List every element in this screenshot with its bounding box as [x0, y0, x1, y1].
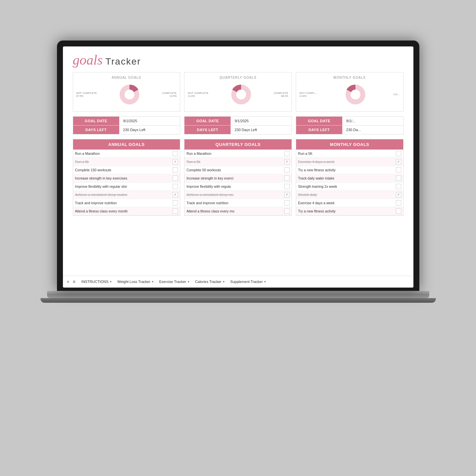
- monthly-date-value: 9/1/...: [342, 117, 403, 125]
- goal-item-text: Track and improve nutrition: [186, 201, 283, 205]
- quarterly-goals-body: Run a MarathonRun a 5k✓Complete 50 worko…: [184, 150, 292, 215]
- goal-item-checkbox[interactable]: ✓: [396, 159, 401, 164]
- goal-item-text: Achieve a consistent sleep rou: [186, 193, 283, 197]
- quarterly-days-value: 230 Days Left: [231, 126, 292, 134]
- goal-item-text: Try a new fitness activity: [298, 209, 395, 213]
- goal-item-text: Run a Marathon: [186, 152, 283, 155]
- goal-item-checkbox[interactable]: ✓: [173, 192, 178, 197]
- nav-exercise[interactable]: Exercise Tracker ▼: [157, 279, 192, 284]
- nav-instructions-label: INSTRUCTIONS: [81, 280, 109, 284]
- goal-item-checkbox[interactable]: [173, 200, 178, 206]
- table-row: Run a 5k✓: [73, 158, 180, 166]
- goal-item-checkbox[interactable]: ✓: [396, 192, 401, 197]
- title-section: goals Tracker: [73, 53, 404, 67]
- table-row: Increase strength in key exercises: [73, 174, 180, 182]
- nav-calories[interactable]: Calories Tracker ▼: [193, 279, 227, 284]
- nav-plus-icon[interactable]: +: [67, 279, 70, 284]
- goal-item-text: Run a 5k: [75, 160, 172, 164]
- table-row: Try a new fitness activity: [296, 207, 403, 215]
- table-row: Attend a fitness class every month: [73, 207, 180, 215]
- monthly-chart-card: MONTHLY GOALS NOT COMPL... 11.8%: [296, 72, 404, 112]
- laptop-screen: goals Tracker ANNUAL GOALS NOT COMPLETE: [63, 46, 413, 288]
- table-row: Track and improve nutrition: [184, 199, 292, 207]
- nav-instructions[interactable]: INSTRUCTIONS ▼: [79, 279, 114, 284]
- main-area: goals Tracker ANNUAL GOALS NOT COMPLETE: [63, 46, 413, 276]
- table-row: Attend a fitness class every mo: [184, 207, 292, 215]
- goal-item-checkbox[interactable]: [284, 167, 290, 173]
- annual-days-row: DAYS LEFT 230 Days Left: [73, 126, 180, 134]
- table-row: Try a new fitness activity: [296, 166, 403, 174]
- quarterly-chart-title: QUARTERLY GOALS: [188, 76, 288, 79]
- goal-item-text: Complete 150 workouts: [75, 168, 172, 172]
- table-row: Stretch daily✓: [296, 191, 403, 199]
- goal-item-text: Increase strength in key exercises: [75, 176, 172, 180]
- monthly-goals-header: MONTHLY GOALS: [296, 139, 403, 150]
- nav-menu-icon[interactable]: ≡: [73, 279, 75, 284]
- goal-item-checkbox[interactable]: [173, 176, 178, 181]
- goal-item-checkbox[interactable]: [396, 151, 401, 156]
- svg-point-3: [236, 90, 246, 99]
- nav-calories-label: Calories Tracker: [195, 280, 221, 284]
- table-row: Achieve a consistent sleep routine✓: [73, 191, 180, 199]
- nav-supplement-label: Supplement Tracker: [230, 280, 263, 284]
- quarterly-pie-svg: [228, 81, 254, 108]
- goal-item-checkbox[interactable]: [173, 151, 178, 156]
- goal-item-checkbox[interactable]: [396, 200, 401, 206]
- quarterly-date-value: 9/1/2025: [231, 117, 292, 125]
- quarterly-goals-table: QUARTERLY GOALS Run a MarathonRun a 5k✓C…: [184, 139, 292, 216]
- goal-item-text: Attend a fitness class every mo: [186, 209, 283, 213]
- goal-item-text: Exercise 4 days a week: [298, 160, 395, 164]
- goal-item-text: Strength training 2x week: [298, 184, 395, 188]
- charts-row: ANNUAL GOALS NOT COMPLETE 87.5%: [73, 72, 404, 112]
- goal-item-checkbox[interactable]: ✓: [173, 159, 178, 164]
- goals-tables-row: ANNUAL GOALS Run a MarathonRun a 5k✓Comp…: [73, 139, 404, 216]
- table-row: Run a 5k✓: [184, 158, 292, 166]
- monthly-date-row: GOAL DATE 9/1/...: [296, 117, 403, 126]
- goal-item-checkbox[interactable]: [284, 184, 290, 189]
- quarterly-goals-header: QUARTERLY GOALS: [184, 139, 292, 150]
- goal-item-checkbox[interactable]: [284, 200, 290, 206]
- monthly-pie-container: NOT COMPL... 11.8% CO: [299, 81, 400, 108]
- nav-instructions-arrow: ▼: [109, 280, 112, 283]
- goal-item-checkbox[interactable]: ✓: [284, 192, 290, 197]
- laptop-bottom: [41, 298, 436, 303]
- goal-item-text: Attend a fitness class every month: [75, 209, 172, 213]
- goal-item-checkbox[interactable]: [396, 209, 401, 214]
- goal-item-checkbox[interactable]: [396, 176, 401, 181]
- annual-days-label: DAYS LEFT: [73, 126, 119, 134]
- goal-item-text: Run a Marathon: [75, 152, 172, 155]
- goal-item-checkbox[interactable]: [396, 167, 401, 173]
- goal-item-checkbox[interactable]: [173, 184, 178, 189]
- goal-item-checkbox[interactable]: [284, 176, 290, 181]
- nav-weight-loss-arrow: ▼: [151, 280, 154, 283]
- monthly-days-row: DAYS LEFT 230 Da...: [296, 126, 403, 134]
- goal-item-text: Run a 5k: [186, 160, 283, 164]
- goal-item-checkbox[interactable]: [284, 151, 290, 156]
- nav-exercise-label: Exercise Tracker: [159, 280, 186, 284]
- goal-item-checkbox[interactable]: [173, 167, 178, 173]
- monthly-complete-legend: CO...: [394, 93, 400, 96]
- goal-item-checkbox[interactable]: ✓: [284, 159, 290, 164]
- table-row: Achieve a consistent sleep rou✓: [184, 191, 292, 199]
- goal-item-text: Run a 5K: [298, 152, 395, 155]
- goal-item-text: Stretch daily: [298, 193, 395, 197]
- annual-complete-legend: COMPLETE 12.5%: [162, 92, 177, 98]
- goal-item-checkbox[interactable]: [173, 209, 178, 214]
- annual-date-label: GOAL DATE: [73, 117, 119, 125]
- nav-supplement[interactable]: Supplement Tracker ▼: [228, 279, 268, 284]
- annual-date-value: 9/1/2025: [119, 117, 180, 125]
- goal-item-checkbox[interactable]: [284, 209, 290, 214]
- nav-weight-loss[interactable]: Weight Loss Tracker ▼: [115, 279, 156, 284]
- goal-item-checkbox[interactable]: [396, 184, 401, 189]
- table-row: Strength training 2x week: [296, 182, 403, 191]
- annual-pie-svg: [116, 81, 143, 108]
- annual-goals-body: Run a MarathonRun a 5k✓Complete 150 work…: [73, 150, 180, 215]
- quarterly-date-label: GOAL DATE: [184, 117, 231, 125]
- monthly-goals-table: MONTHLY GOALS Run a 5KExercise 4 days a …: [296, 139, 404, 216]
- annual-goal-date-card: GOAL DATE 9/1/2025 DAYS LEFT 230 Days Le…: [73, 116, 181, 134]
- annual-goals-header: ANNUAL GOALS: [73, 139, 180, 150]
- nav-exercise-arrow: ▼: [187, 280, 190, 283]
- nav-weight-loss-label: Weight Loss Tracker: [117, 280, 150, 284]
- quarterly-chart-card: QUARTERLY GOALS NOT COMPLETE 11.8%: [184, 72, 292, 112]
- table-row: Track and improve nutrition: [73, 199, 180, 207]
